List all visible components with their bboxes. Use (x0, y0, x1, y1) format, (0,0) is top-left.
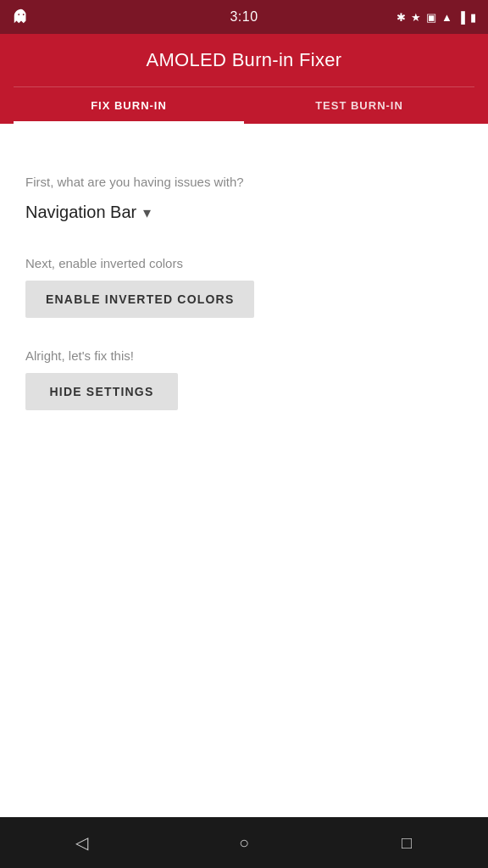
vibrate-icon: ▣ (426, 11, 436, 24)
app-notification-icon (12, 8, 30, 26)
wifi-icon: ▲ (441, 11, 452, 24)
bottom-nav: ◁ ○ □ (0, 817, 488, 868)
status-bar-icons: ✱ ★ ▣ ▲ ▐ ▮ (396, 11, 476, 24)
enable-inverted-colors-button[interactable]: ENABLE INVERTED COLORS (25, 281, 254, 318)
battery-icon: ▮ (470, 11, 476, 24)
step1-label: First, what are you having issues with? (25, 175, 463, 189)
step3-section: Alright, let's fix this! HIDE SETTINGS (25, 348, 463, 410)
bluetooth-icon: ✱ (396, 11, 406, 24)
tab-test-burn-in[interactable]: TEST BURN-IN (244, 87, 474, 124)
recents-button[interactable]: □ (390, 826, 424, 860)
step3-label: Alright, let's fix this! (25, 348, 463, 363)
dropdown-value: Navigation Bar (25, 203, 136, 222)
status-bar-left (12, 8, 30, 26)
chevron-down-icon: ▾ (143, 203, 151, 222)
status-bar: 3:10 ✱ ★ ▣ ▲ ▐ ▮ (0, 0, 488, 34)
step2-section: Next, enable inverted colors ENABLE INVE… (25, 256, 463, 318)
hide-settings-button[interactable]: HIDE SETTINGS (25, 373, 178, 410)
app-title: AMOLED Burn-in Fixer (14, 49, 474, 86)
step2-label: Next, enable inverted colors (25, 256, 463, 270)
star-icon: ★ (411, 11, 421, 24)
home-button[interactable]: ○ (227, 826, 261, 860)
tab-bar: FIX BURN-IN TEST BURN-IN (14, 86, 474, 124)
back-button[interactable]: ◁ (64, 826, 98, 860)
status-bar-time: 3:10 (230, 9, 258, 25)
main-content: First, what are you having issues with? … (0, 124, 488, 817)
signal-icon: ▐ (458, 11, 465, 24)
app-header: AMOLED Burn-in Fixer FIX BURN-IN TEST BU… (0, 34, 488, 124)
step1-section: First, what are you having issues with? … (25, 175, 463, 225)
tab-fix-burn-in[interactable]: FIX BURN-IN (14, 87, 244, 124)
issue-dropdown[interactable]: Navigation Bar ▾ (25, 199, 463, 225)
